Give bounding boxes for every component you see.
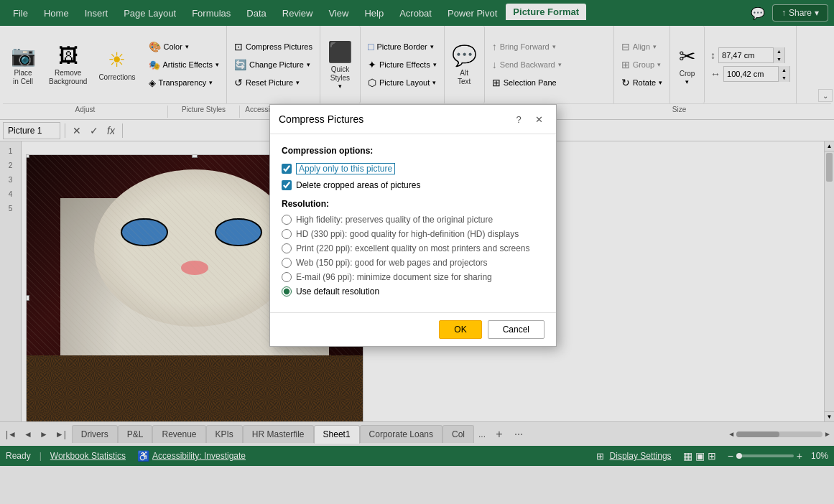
radio-high-fidelity[interactable]: High fidelity: preserves quality of the … [282,215,545,225]
dialog-close-btn[interactable]: ✕ [530,111,547,128]
radio-hd[interactable]: HD (330 ppi): good quality for high-defi… [282,229,545,239]
delete-cropped-checkbox[interactable] [282,180,292,190]
delete-cropped-label: Delete cropped areas of pictures [296,180,420,190]
apply-only-checkbox[interactable] [282,164,292,174]
compression-options-label: Compression options: [282,146,545,156]
dialog-title: Compress Pictures [279,113,363,125]
radio-hd-input[interactable] [282,229,292,239]
radio-web-input[interactable] [282,258,292,268]
radio-print-input[interactable] [282,243,292,253]
radio-default-input[interactable] [282,286,292,297]
radio-high-fidelity-input[interactable] [282,215,292,225]
radio-email-input[interactable] [282,272,292,282]
delete-cropped-checkbox-row[interactable]: Delete cropped areas of pictures [282,180,545,190]
dialog-help-btn[interactable]: ? [510,111,527,128]
ok-button[interactable]: OK [439,320,481,339]
radio-email[interactable]: E-mail (96 ppi): minimize document size … [282,272,545,282]
radio-print[interactable]: Print (220 ppi): excellent quality on mo… [282,243,545,253]
radio-default[interactable]: Use default resolution [282,286,545,297]
compress-pictures-dialog: Compress Pictures ? ✕ Compression option… [269,104,557,347]
cancel-button[interactable]: Cancel [488,320,545,339]
radio-web[interactable]: Web (150 ppi): good for web pages and pr… [282,258,545,268]
apply-only-label: Apply only to this picture [296,163,395,174]
apply-only-checkbox-row[interactable]: Apply only to this picture [282,163,545,174]
resolution-label: Resolution: [282,199,545,209]
